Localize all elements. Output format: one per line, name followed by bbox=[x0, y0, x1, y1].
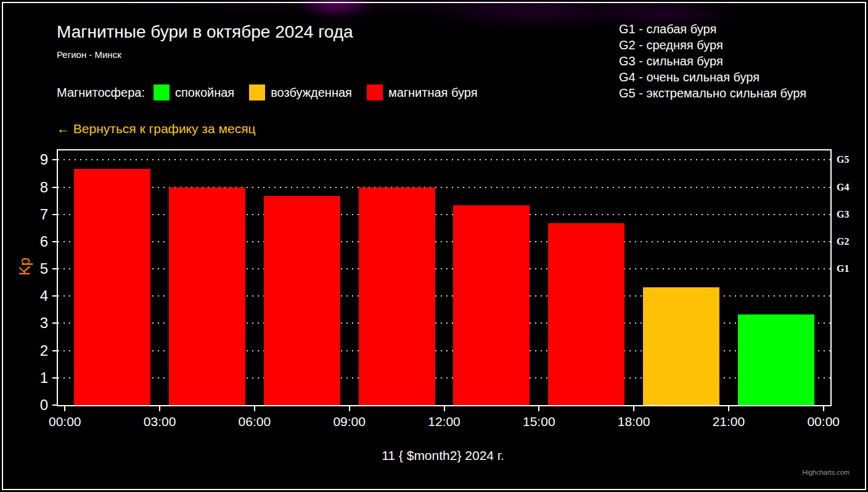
g-scale-label: G5 bbox=[837, 154, 849, 165]
y-axis-tick bbox=[52, 187, 57, 188]
y-axis-label: 1 bbox=[40, 369, 48, 387]
x-axis-tick bbox=[254, 406, 255, 411]
y-axis-label: 3 bbox=[40, 314, 48, 332]
x-axis-tick bbox=[633, 406, 634, 411]
y-axis-tick bbox=[52, 268, 57, 269]
kp-bar[interactable] bbox=[738, 314, 814, 405]
background-glow bbox=[296, 0, 376, 16]
kp-bar[interactable] bbox=[453, 205, 530, 405]
y-axis-tick bbox=[52, 404, 57, 406]
y-axis-tick bbox=[52, 241, 57, 242]
kp-bar[interactable] bbox=[359, 187, 435, 405]
magnetosphere-legend: Магнитосфера: спокойная возбужденная маг… bbox=[57, 84, 493, 100]
storm-scale-item-g2: G2 - средняя буря bbox=[619, 37, 806, 53]
storm-scale-item-g4: G4 - очень сильная буря bbox=[619, 69, 806, 85]
x-axis-label: 21:00 bbox=[713, 414, 745, 429]
y-axis-title: Kp bbox=[16, 258, 33, 276]
x-axis-label: 15:00 bbox=[523, 414, 555, 429]
legend-swatch bbox=[249, 84, 265, 100]
y-axis-label: 8 bbox=[40, 179, 48, 196]
gridline bbox=[58, 159, 830, 160]
x-axis-tick bbox=[823, 406, 824, 411]
highcharts-credits[interactable]: Highcharts.com bbox=[803, 469, 850, 476]
x-axis-label: 00:00 bbox=[807, 414, 840, 429]
x-axis-tick bbox=[444, 406, 445, 411]
storm-scale-item-g1: G1 - слабая буря bbox=[619, 21, 806, 37]
x-axis-tick bbox=[538, 406, 539, 411]
y-axis-label: 2 bbox=[40, 342, 48, 359]
y-axis-label: 0 bbox=[40, 396, 48, 414]
kp-bar[interactable] bbox=[264, 196, 340, 405]
y-axis-tick bbox=[52, 377, 57, 379]
page-title: Магнитные бури в октябре 2024 года bbox=[57, 22, 353, 42]
kp-bar[interactable] bbox=[169, 187, 245, 405]
x-axis-label: 03:00 bbox=[144, 414, 176, 429]
legend-item-label: спокойная bbox=[175, 86, 234, 100]
magnetic-storm-chart-page: { "header": { "title": "Магнитные бури в… bbox=[0, 0, 868, 492]
x-axis-tick bbox=[159, 406, 160, 411]
kp-bar[interactable] bbox=[548, 223, 624, 405]
magnetosphere-legend-label: Магнитосфера: bbox=[57, 86, 145, 100]
x-axis-label: 06:00 bbox=[239, 414, 271, 429]
legend-item-storm: магнитная буря bbox=[367, 84, 478, 100]
y-axis-tick bbox=[52, 214, 57, 215]
legend-item-label: магнитная буря bbox=[388, 86, 478, 100]
x-axis-tick bbox=[349, 406, 350, 411]
storm-scale-legend: G1 - слабая буря G2 - средняя буря G3 - … bbox=[619, 21, 806, 101]
legend-item-excited: возбужденная bbox=[249, 84, 352, 100]
x-axis-label: 00:00 bbox=[49, 414, 81, 429]
y-axis-tick bbox=[52, 350, 57, 351]
x-axis-label: 18:00 bbox=[618, 414, 650, 429]
y-axis-tick bbox=[52, 295, 57, 297]
x-axis-tick bbox=[728, 406, 729, 411]
y-axis-label: 5 bbox=[40, 260, 48, 277]
y-axis-label: 4 bbox=[40, 287, 48, 305]
storm-scale-item-g3: G3 - сильная буря bbox=[619, 53, 806, 69]
y-axis-label: 9 bbox=[40, 151, 48, 168]
x-axis-title: 11 { $month2} 2024 г. bbox=[57, 448, 829, 463]
g-scale-label: G1 bbox=[837, 263, 849, 274]
legend-swatch bbox=[367, 84, 383, 100]
y-axis-label: 7 bbox=[40, 206, 48, 223]
legend-item-label: возбужденная bbox=[271, 86, 352, 100]
storm-scale-item-g5: G5 - экстремально сильная буря bbox=[619, 85, 806, 101]
x-axis-label: 09:00 bbox=[333, 414, 366, 429]
y-axis-tick bbox=[52, 322, 57, 324]
x-axis-tick bbox=[64, 406, 65, 411]
x-axis-label: 12:00 bbox=[428, 414, 461, 429]
kp-bar[interactable] bbox=[74, 169, 150, 405]
back-link[interactable]: ← Вернуться к графику за месяц bbox=[57, 121, 256, 136]
g-scale-label: G2 bbox=[837, 236, 849, 247]
g-scale-label: G3 bbox=[837, 209, 849, 220]
page-subtitle: Регион - Минск bbox=[57, 49, 121, 60]
legend-swatch bbox=[154, 84, 170, 100]
y-axis-label: 6 bbox=[40, 233, 48, 250]
legend-item-quiet: спокойная bbox=[154, 84, 234, 100]
kp-bar[interactable] bbox=[643, 287, 719, 405]
y-axis-tick bbox=[52, 159, 57, 160]
plot-area: 012345678900:0003:0006:0009:0012:0015:00… bbox=[57, 149, 832, 406]
g-scale-label: G4 bbox=[837, 182, 849, 193]
